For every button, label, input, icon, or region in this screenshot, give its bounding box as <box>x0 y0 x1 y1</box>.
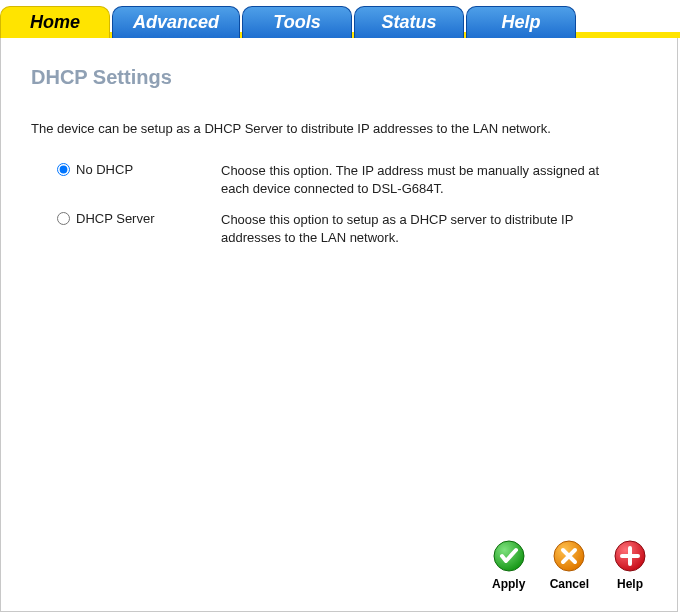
option-label: No DHCP <box>76 162 133 177</box>
page-body: DHCP Settings The device can be setup as… <box>0 38 678 612</box>
cancel-button[interactable]: Cancel <box>550 539 589 591</box>
check-icon <box>492 539 526 573</box>
option-description: Choose this option. The IP address must … <box>221 162 647 197</box>
tab-label: Advanced <box>133 12 219 33</box>
tab-advanced[interactable]: Advanced <box>112 6 240 38</box>
action-label: Apply <box>492 577 525 591</box>
action-bar: Apply Cancel <box>492 539 647 591</box>
tab-tools[interactable]: Tools <box>242 6 352 38</box>
tab-status[interactable]: Status <box>354 6 464 38</box>
page-title: DHCP Settings <box>31 66 647 89</box>
tab-label: Home <box>30 12 80 33</box>
action-label: Help <box>617 577 643 591</box>
option-no-dhcp-row: No DHCP Choose this option. The IP addre… <box>31 162 647 197</box>
option-description: Choose this option to setup as a DHCP se… <box>221 211 647 246</box>
option-left: DHCP Server <box>31 211 221 226</box>
cross-icon <box>552 539 586 573</box>
option-label: DHCP Server <box>76 211 155 226</box>
plus-icon <box>613 539 647 573</box>
option-left: No DHCP <box>31 162 221 177</box>
action-label: Cancel <box>550 577 589 591</box>
tab-home[interactable]: Home <box>0 6 110 38</box>
help-button[interactable]: Help <box>613 539 647 591</box>
tab-label: Help <box>502 12 541 33</box>
radio-no-dhcp[interactable] <box>57 163 70 176</box>
tab-label: Status <box>382 12 437 33</box>
apply-button[interactable]: Apply <box>492 539 526 591</box>
intro-text: The device can be setup as a DHCP Server… <box>31 121 647 136</box>
tab-label: Tools <box>273 12 320 33</box>
tab-help[interactable]: Help <box>466 6 576 38</box>
tab-bar: Home Advanced Tools Status Help <box>0 0 680 38</box>
option-dhcp-server-row: DHCP Server Choose this option to setup … <box>31 211 647 246</box>
radio-dhcp-server[interactable] <box>57 212 70 225</box>
